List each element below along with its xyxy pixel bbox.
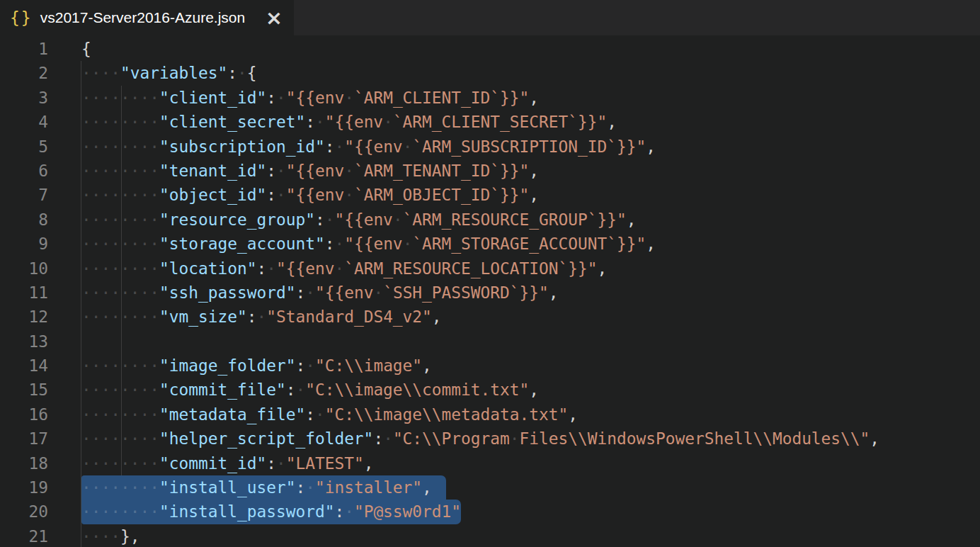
whitespace-dot: · [91,283,101,302]
line-number[interactable]: 7 [0,183,81,207]
whitespace-dot: · [120,454,130,473]
whitespace-dot: · [130,210,140,229]
code-line-content[interactable]: ········"location":·"{{env·`ARM_RESOURCE… [81,256,980,281]
editor-lines: 1{2····"variables":·{3········"client_id… [0,37,980,547]
code-editor[interactable]: 1{2····"variables":·{3········"client_id… [0,35,980,547]
code-line-content[interactable]: ········"ssh_password":·"{{env·`SSH_PASS… [81,281,980,305]
code-line: 20········"install_password":·"P@ssw0rd1… [0,500,980,524]
whitespace-dot: · [315,405,325,424]
whitespace-dot: · [91,527,101,546]
whitespace-dot: · [149,235,159,253]
whitespace-dot: · [81,113,91,131]
code-token: "metadata_file" [159,405,305,424]
code-token: , [422,478,432,497]
code-line-content[interactable]: ········"helper_script_folder":·"C:\\Pro… [81,427,980,451]
code-token: "helper_script_folder" [159,429,373,448]
code-line: 15········"commit_file":·"C:\\image\\com… [0,378,980,402]
code-token: "resource_group" [159,210,315,229]
line-number[interactable]: 6 [0,159,81,183]
whitespace-dot: · [91,259,101,278]
tab-vs2017-server2016-azure-json[interactable]: {} vs2017-Server2016-Azure.json × [0,0,294,35]
whitespace-dot: · [91,89,101,107]
line-number[interactable]: 1 [0,37,81,61]
whitespace-dot: · [140,259,150,278]
whitespace-dot: · [149,259,159,278]
whitespace-dot: · [140,454,150,473]
code-line-content[interactable]: ········"client_secret":·"{{env·`ARM_CLI… [81,110,980,134]
line-number[interactable]: 13 [0,329,81,354]
whitespace-dot: · [510,429,520,448]
line-number[interactable]: 9 [0,232,81,256]
line-number[interactable]: 2 [0,61,81,85]
code-token: "image_folder" [159,356,295,375]
code-line-content[interactable]: ········"resource_group":·"{{env·`ARM_RE… [81,208,980,232]
code-line-content[interactable]: ········"image_folder":·"C:\\image", [81,354,980,378]
whitespace-dot: · [101,137,111,156]
code-line-content[interactable]: ········"install_password":·"P@ssw0rd1" [81,500,980,524]
whitespace-dot: · [110,162,120,180]
whitespace-dot: · [91,380,101,399]
code-token: "{{env·`ARM_CLIENT_ID`}}" [286,89,530,107]
line-number[interactable]: 3 [0,86,81,110]
line-number[interactable]: 17 [0,427,81,451]
line-number[interactable]: 21 [0,524,81,547]
whitespace-dot: · [256,308,266,326]
whitespace-dot: · [91,162,101,180]
line-number[interactable]: 16 [0,402,81,427]
line-number[interactable]: 11 [0,281,81,305]
code-line-content[interactable]: ····}, [81,524,980,547]
code-token: , [549,283,559,302]
code-token: :· [325,137,345,156]
whitespace-dot: · [91,356,101,375]
code-line: 13 [0,329,980,354]
line-number[interactable]: 4 [0,110,81,134]
code-line-content[interactable]: ········"client_id":·"{{env·`ARM_CLIENT_… [81,86,980,110]
code-line-content[interactable] [81,329,980,354]
code-line-content[interactable]: ········"tenant_id":·"{{env·`ARM_TENANT_… [81,159,980,183]
whitespace-dot: · [266,259,276,278]
whitespace-dot: · [110,380,120,399]
line-number[interactable]: 5 [0,135,81,159]
whitespace-dot: · [344,502,354,521]
code-token: ········ [81,283,159,302]
whitespace-dot: · [130,502,140,521]
code-line-content[interactable]: ········"storage_account":·"{{env·`ARM_S… [81,232,980,256]
code-token: "{{env·`ARM_TENANT_ID`}}" [286,162,530,180]
close-icon[interactable]: × [266,8,283,28]
code-line-content[interactable]: ········"commit_file":·"C:\\image\\commi… [81,378,980,402]
code-token: ········ [81,259,159,278]
indent-guide [81,61,81,547]
code-line-content[interactable]: ········"vm_size":·"Standard_DS4_v2", [81,305,980,329]
code-line-content[interactable]: ········"install_user":·"installer", [81,475,980,500]
line-number[interactable]: 10 [0,256,81,281]
line-number[interactable]: 20 [0,500,81,524]
code-line: 5········"subscription_id":·"{{env·`ARM_… [0,135,980,159]
whitespace-dot: · [325,210,335,229]
whitespace-dot: · [110,527,120,546]
whitespace-dot: · [334,259,344,278]
whitespace-dot: · [344,162,354,180]
code-line-content[interactable]: ········"commit_id":·"LATEST", [81,451,980,475]
line-number[interactable]: 14 [0,354,81,378]
code-line-content[interactable]: ········"object_id":·"{{env·`ARM_OBJECT_… [81,183,980,207]
tab-title: vs2017-Server2016-Azure.json [40,9,257,26]
whitespace-dot: · [101,162,111,180]
code-line-content[interactable]: { [81,37,980,61]
line-number[interactable]: 12 [0,305,81,329]
code-line-content[interactable]: ········"subscription_id":·"{{env·`ARM_S… [81,135,980,159]
code-token: :· [315,210,335,229]
line-number[interactable]: 18 [0,451,81,475]
code-line-content[interactable]: ····"variables":·{ [81,61,980,85]
whitespace-dot: · [110,235,120,253]
code-token: :· [256,259,276,278]
code-line: 14········"image_folder":·"C:\\image", [0,354,980,378]
code-line-content[interactable]: ········"metadata_file":·"C:\\image\\met… [81,402,980,427]
line-number[interactable]: 19 [0,475,81,500]
code-token: "{{env·`SSH_PASSWORD`}}" [315,283,549,302]
code-line: 4········"client_secret":·"{{env·`ARM_CL… [0,110,980,134]
line-number[interactable]: 8 [0,208,81,232]
code-token: , [598,259,608,278]
code-token: ········ [81,113,159,131]
code-line: 6········"tenant_id":·"{{env·`ARM_TENANT… [0,159,980,183]
line-number[interactable]: 15 [0,378,81,402]
